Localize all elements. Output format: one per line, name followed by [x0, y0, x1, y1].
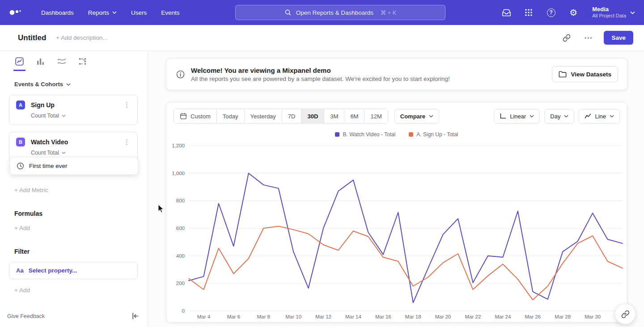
settings-gear-icon[interactable]: ⚙ — [568, 7, 579, 18]
metric-badge-b: B — [16, 138, 25, 147]
range-today[interactable]: Today — [216, 109, 244, 123]
project-subtitle: All Project Data — [592, 13, 626, 19]
chevron-down-icon — [66, 83, 71, 86]
copy-link-icon[interactable] — [561, 32, 572, 44]
banner-subtitle: All the reports you see are powered by a… — [191, 75, 450, 82]
sidebar-body: Events & Cohorts A Sign Up ⋮ Count Total — [0, 71, 147, 306]
insights-chart-icon — [15, 57, 24, 66]
chart-toolbar: Custom Today Yesterday 7D 30D 3M 6M 12M … — [170, 109, 623, 124]
filter-property-selector[interactable]: Aa Select property... — [9, 262, 138, 279]
aggregation-selector[interactable]: Count Total — [9, 113, 137, 125]
builder-tabs — [0, 51, 147, 71]
filter-title: Filter — [14, 248, 138, 255]
global-search[interactable]: Open Reports & Dashboards ⌘ + K — [235, 5, 445, 20]
chevron-down-icon — [530, 115, 534, 117]
more-options-icon[interactable]: ⋯ — [582, 32, 594, 44]
link-icon — [621, 310, 630, 319]
workspace: Events & Cohorts A Sign Up ⋮ Count Total — [0, 51, 644, 327]
add-metric-button[interactable]: + Add Metric — [14, 187, 138, 193]
range-yesterday[interactable]: Yesterday — [244, 109, 282, 123]
tab-flows[interactable] — [76, 55, 89, 71]
scale-selector[interactable]: Linear — [494, 109, 540, 124]
dropdown-option-first-time-ever[interactable]: First time ever — [10, 157, 138, 175]
line-chart-plot[interactable]: 02004006008001,0001,200Mar 4Mar 6Mar 8Ma… — [170, 142, 624, 321]
compare-label: Compare — [400, 113, 425, 120]
tab-funnels[interactable] — [34, 55, 47, 71]
svg-text:400: 400 — [176, 253, 185, 259]
range-custom[interactable]: Custom — [174, 109, 216, 123]
svg-text:200: 200 — [176, 281, 185, 286]
mixpanel-logo[interactable] — [9, 8, 21, 17]
flows-nodes-icon — [78, 57, 87, 66]
info-icon — [176, 70, 185, 79]
add-filter-button[interactable]: + Add — [14, 287, 138, 293]
granularity-label: Day — [550, 113, 560, 120]
add-description[interactable]: + Add description... — [56, 34, 107, 41]
axis-scale-icon — [500, 113, 506, 119]
range-12m[interactable]: 12M — [364, 109, 387, 123]
help-icon[interactable]: ? — [546, 7, 556, 18]
legend-swatch — [409, 132, 413, 137]
kebab-menu-icon[interactable]: ⋮ — [122, 102, 132, 109]
chevron-down-icon — [62, 114, 66, 117]
metric-badge-a: A — [16, 101, 25, 109]
metric-card-sign-up[interactable]: A Sign Up ⋮ Count Total — [9, 95, 138, 125]
svg-text:Mar 30: Mar 30 — [585, 314, 601, 319]
chevron-down-icon — [564, 115, 568, 117]
nav-dashboards[interactable]: Dashboards — [41, 9, 74, 16]
inbox-icon[interactable] — [501, 7, 512, 18]
apps-grid-icon[interactable] — [523, 7, 534, 18]
add-formula-button[interactable]: + Add — [14, 225, 138, 231]
svg-text:1,200: 1,200 — [172, 143, 185, 148]
legend-swatch — [335, 132, 339, 137]
view-datasets-button[interactable]: View Datasets — [552, 66, 618, 82]
tab-insights[interactable] — [13, 55, 25, 71]
legend-item-watch-video[interactable]: B. Watch Video - Total — [335, 131, 395, 138]
legend-item-sign-up[interactable]: A. Sign Up - Total — [409, 131, 458, 138]
nav-events[interactable]: Events — [161, 9, 179, 16]
report-header-actions: ⋯ Save — [561, 31, 633, 45]
project-switcher[interactable]: Media All Project Data — [592, 6, 635, 19]
events-cohorts-section[interactable]: Events & Cohorts — [14, 81, 138, 88]
banner-title: Welcome! You are viewing a Mixpanel demo — [191, 67, 450, 74]
date-range-segmented-control: Custom Today Yesterday 7D 30D 3M 6M 12M — [174, 109, 388, 124]
range-6m[interactable]: 6M — [344, 109, 364, 123]
range-30d[interactable]: 30D — [301, 109, 324, 123]
report-title[interactable]: Untitled — [18, 34, 46, 42]
nav-users[interactable]: Users — [131, 9, 147, 16]
bar-chart-icon — [36, 57, 45, 66]
granularity-selector[interactable]: Day — [544, 109, 574, 124]
collapse-sidebar-icon[interactable] — [131, 312, 139, 320]
range-7d[interactable]: 7D — [282, 109, 301, 123]
svg-text:Mar 10: Mar 10 — [285, 314, 301, 319]
top-nav: Dashboards Reports Users Events Open Rep… — [0, 0, 644, 25]
project-name: Media — [592, 6, 626, 13]
metric-row: B Watch Video ⋮ — [9, 132, 137, 150]
chart-type-selector[interactable]: Line — [579, 109, 620, 124]
tab-retention[interactable] — [55, 55, 68, 71]
filter-placeholder: Select property... — [29, 267, 77, 274]
give-feedback-link[interactable]: Give Feedback — [7, 313, 45, 319]
nav-reports[interactable]: Reports — [88, 9, 117, 16]
svg-text:Mar 26: Mar 26 — [525, 314, 541, 319]
query-builder-sidebar: Events & Cohorts A Sign Up ⋮ Count Total — [0, 51, 148, 327]
nav-reports-label: Reports — [88, 9, 109, 16]
range-3m[interactable]: 3M — [324, 109, 344, 123]
svg-text:Mar 14: Mar 14 — [345, 314, 361, 319]
compare-button[interactable]: Compare — [394, 109, 439, 124]
search-placeholder: Open Reports & Dashboards — [296, 9, 373, 16]
share-link-floating-button[interactable] — [615, 304, 636, 324]
question-mark-glyph: ? — [547, 8, 555, 17]
chart-legend: B. Watch Video - Total A. Sign Up - Tota… — [170, 131, 623, 138]
aggregation-label: Count Total — [31, 113, 59, 119]
svg-text:1,000: 1,000 — [172, 171, 185, 176]
text-property-icon: Aa — [16, 267, 24, 274]
kebab-menu-icon[interactable]: ⋮ — [122, 139, 132, 146]
chevron-down-icon — [630, 11, 635, 14]
save-button[interactable]: Save — [604, 31, 633, 45]
search-shortcut-hint: ⌘ + K — [381, 9, 396, 16]
svg-text:Mar 4: Mar 4 — [197, 314, 211, 319]
chart-type-label: Line — [595, 113, 606, 120]
calendar-icon — [180, 113, 187, 120]
svg-text:Mar 20: Mar 20 — [435, 314, 451, 319]
